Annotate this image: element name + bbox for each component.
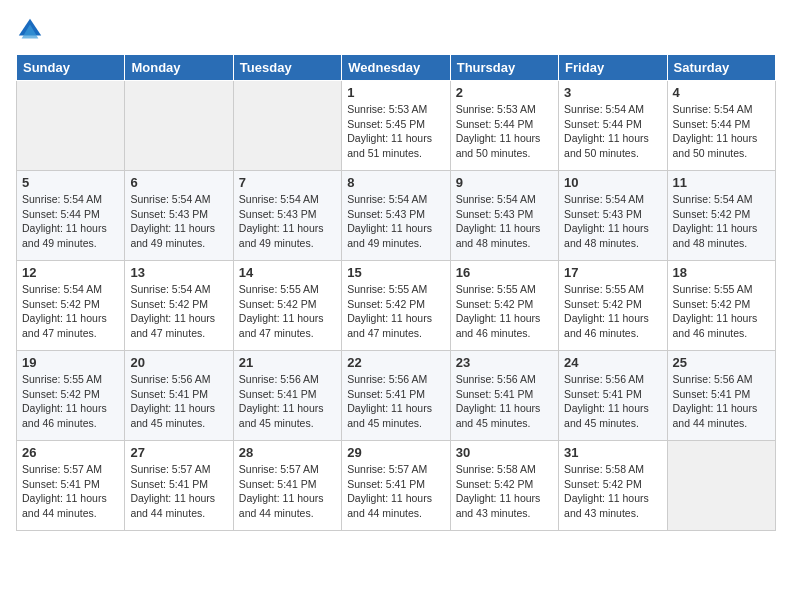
day-number: 11 (673, 175, 770, 190)
day-content: Sunrise: 5:57 AM Sunset: 5:41 PM Dayligh… (22, 462, 119, 521)
calendar-body: 1Sunrise: 5:53 AM Sunset: 5:45 PM Daylig… (17, 81, 776, 531)
calendar-cell (17, 81, 125, 171)
day-content: Sunrise: 5:55 AM Sunset: 5:42 PM Dayligh… (347, 282, 444, 341)
page-header (16, 16, 776, 44)
weekday-header: Wednesday (342, 55, 450, 81)
calendar-cell: 4Sunrise: 5:54 AM Sunset: 5:44 PM Daylig… (667, 81, 775, 171)
day-number: 7 (239, 175, 336, 190)
calendar-cell: 10Sunrise: 5:54 AM Sunset: 5:43 PM Dayli… (559, 171, 667, 261)
calendar-cell: 8Sunrise: 5:54 AM Sunset: 5:43 PM Daylig… (342, 171, 450, 261)
logo-icon (16, 16, 44, 44)
day-number: 26 (22, 445, 119, 460)
calendar-cell: 19Sunrise: 5:55 AM Sunset: 5:42 PM Dayli… (17, 351, 125, 441)
calendar-cell: 5Sunrise: 5:54 AM Sunset: 5:44 PM Daylig… (17, 171, 125, 261)
calendar-week-row: 1Sunrise: 5:53 AM Sunset: 5:45 PM Daylig… (17, 81, 776, 171)
calendar-week-row: 19Sunrise: 5:55 AM Sunset: 5:42 PM Dayli… (17, 351, 776, 441)
calendar-cell: 6Sunrise: 5:54 AM Sunset: 5:43 PM Daylig… (125, 171, 233, 261)
weekday-header: Monday (125, 55, 233, 81)
calendar-cell: 18Sunrise: 5:55 AM Sunset: 5:42 PM Dayli… (667, 261, 775, 351)
calendar-cell: 1Sunrise: 5:53 AM Sunset: 5:45 PM Daylig… (342, 81, 450, 171)
day-content: Sunrise: 5:56 AM Sunset: 5:41 PM Dayligh… (347, 372, 444, 431)
day-number: 18 (673, 265, 770, 280)
calendar-cell: 12Sunrise: 5:54 AM Sunset: 5:42 PM Dayli… (17, 261, 125, 351)
calendar-cell: 27Sunrise: 5:57 AM Sunset: 5:41 PM Dayli… (125, 441, 233, 531)
day-content: Sunrise: 5:55 AM Sunset: 5:42 PM Dayligh… (22, 372, 119, 431)
calendar-cell: 24Sunrise: 5:56 AM Sunset: 5:41 PM Dayli… (559, 351, 667, 441)
day-number: 4 (673, 85, 770, 100)
day-number: 27 (130, 445, 227, 460)
day-number: 28 (239, 445, 336, 460)
weekday-header: Tuesday (233, 55, 341, 81)
day-number: 31 (564, 445, 661, 460)
calendar-table: SundayMondayTuesdayWednesdayThursdayFrid… (16, 54, 776, 531)
calendar-cell: 28Sunrise: 5:57 AM Sunset: 5:41 PM Dayli… (233, 441, 341, 531)
day-number: 24 (564, 355, 661, 370)
day-content: Sunrise: 5:53 AM Sunset: 5:44 PM Dayligh… (456, 102, 553, 161)
calendar-cell: 22Sunrise: 5:56 AM Sunset: 5:41 PM Dayli… (342, 351, 450, 441)
day-number: 29 (347, 445, 444, 460)
day-content: Sunrise: 5:56 AM Sunset: 5:41 PM Dayligh… (456, 372, 553, 431)
day-number: 9 (456, 175, 553, 190)
day-content: Sunrise: 5:54 AM Sunset: 5:44 PM Dayligh… (22, 192, 119, 251)
day-content: Sunrise: 5:56 AM Sunset: 5:41 PM Dayligh… (130, 372, 227, 431)
day-number: 17 (564, 265, 661, 280)
day-content: Sunrise: 5:54 AM Sunset: 5:42 PM Dayligh… (22, 282, 119, 341)
calendar-week-row: 5Sunrise: 5:54 AM Sunset: 5:44 PM Daylig… (17, 171, 776, 261)
day-content: Sunrise: 5:53 AM Sunset: 5:45 PM Dayligh… (347, 102, 444, 161)
day-content: Sunrise: 5:57 AM Sunset: 5:41 PM Dayligh… (239, 462, 336, 521)
day-content: Sunrise: 5:54 AM Sunset: 5:44 PM Dayligh… (673, 102, 770, 161)
day-number: 23 (456, 355, 553, 370)
day-number: 3 (564, 85, 661, 100)
day-content: Sunrise: 5:58 AM Sunset: 5:42 PM Dayligh… (564, 462, 661, 521)
calendar-cell: 23Sunrise: 5:56 AM Sunset: 5:41 PM Dayli… (450, 351, 558, 441)
calendar-cell: 11Sunrise: 5:54 AM Sunset: 5:42 PM Dayli… (667, 171, 775, 261)
day-content: Sunrise: 5:55 AM Sunset: 5:42 PM Dayligh… (564, 282, 661, 341)
calendar-cell (125, 81, 233, 171)
day-number: 20 (130, 355, 227, 370)
day-content: Sunrise: 5:57 AM Sunset: 5:41 PM Dayligh… (347, 462, 444, 521)
weekday-header: Friday (559, 55, 667, 81)
day-number: 1 (347, 85, 444, 100)
calendar-cell: 31Sunrise: 5:58 AM Sunset: 5:42 PM Dayli… (559, 441, 667, 531)
day-content: Sunrise: 5:54 AM Sunset: 5:43 PM Dayligh… (564, 192, 661, 251)
calendar-cell: 25Sunrise: 5:56 AM Sunset: 5:41 PM Dayli… (667, 351, 775, 441)
calendar-cell: 29Sunrise: 5:57 AM Sunset: 5:41 PM Dayli… (342, 441, 450, 531)
day-content: Sunrise: 5:54 AM Sunset: 5:42 PM Dayligh… (130, 282, 227, 341)
weekday-header: Saturday (667, 55, 775, 81)
calendar-cell: 17Sunrise: 5:55 AM Sunset: 5:42 PM Dayli… (559, 261, 667, 351)
calendar-cell (233, 81, 341, 171)
day-content: Sunrise: 5:55 AM Sunset: 5:42 PM Dayligh… (239, 282, 336, 341)
calendar-cell: 14Sunrise: 5:55 AM Sunset: 5:42 PM Dayli… (233, 261, 341, 351)
day-content: Sunrise: 5:56 AM Sunset: 5:41 PM Dayligh… (673, 372, 770, 431)
calendar-cell: 21Sunrise: 5:56 AM Sunset: 5:41 PM Dayli… (233, 351, 341, 441)
calendar-cell: 3Sunrise: 5:54 AM Sunset: 5:44 PM Daylig… (559, 81, 667, 171)
calendar-cell: 16Sunrise: 5:55 AM Sunset: 5:42 PM Dayli… (450, 261, 558, 351)
calendar-cell (667, 441, 775, 531)
day-content: Sunrise: 5:54 AM Sunset: 5:43 PM Dayligh… (239, 192, 336, 251)
calendar-cell: 2Sunrise: 5:53 AM Sunset: 5:44 PM Daylig… (450, 81, 558, 171)
calendar-cell: 30Sunrise: 5:58 AM Sunset: 5:42 PM Dayli… (450, 441, 558, 531)
day-content: Sunrise: 5:54 AM Sunset: 5:42 PM Dayligh… (673, 192, 770, 251)
day-content: Sunrise: 5:54 AM Sunset: 5:43 PM Dayligh… (130, 192, 227, 251)
day-number: 25 (673, 355, 770, 370)
day-number: 16 (456, 265, 553, 280)
day-number: 6 (130, 175, 227, 190)
day-content: Sunrise: 5:54 AM Sunset: 5:43 PM Dayligh… (347, 192, 444, 251)
weekday-header: Sunday (17, 55, 125, 81)
calendar-cell: 13Sunrise: 5:54 AM Sunset: 5:42 PM Dayli… (125, 261, 233, 351)
day-number: 15 (347, 265, 444, 280)
calendar-cell: 7Sunrise: 5:54 AM Sunset: 5:43 PM Daylig… (233, 171, 341, 261)
day-content: Sunrise: 5:55 AM Sunset: 5:42 PM Dayligh… (673, 282, 770, 341)
day-content: Sunrise: 5:54 AM Sunset: 5:43 PM Dayligh… (456, 192, 553, 251)
day-content: Sunrise: 5:56 AM Sunset: 5:41 PM Dayligh… (239, 372, 336, 431)
day-number: 22 (347, 355, 444, 370)
day-number: 21 (239, 355, 336, 370)
calendar-header-row: SundayMondayTuesdayWednesdayThursdayFrid… (17, 55, 776, 81)
day-number: 8 (347, 175, 444, 190)
calendar-cell: 20Sunrise: 5:56 AM Sunset: 5:41 PM Dayli… (125, 351, 233, 441)
day-number: 10 (564, 175, 661, 190)
calendar-cell: 9Sunrise: 5:54 AM Sunset: 5:43 PM Daylig… (450, 171, 558, 261)
day-number: 2 (456, 85, 553, 100)
day-content: Sunrise: 5:55 AM Sunset: 5:42 PM Dayligh… (456, 282, 553, 341)
calendar-week-row: 26Sunrise: 5:57 AM Sunset: 5:41 PM Dayli… (17, 441, 776, 531)
